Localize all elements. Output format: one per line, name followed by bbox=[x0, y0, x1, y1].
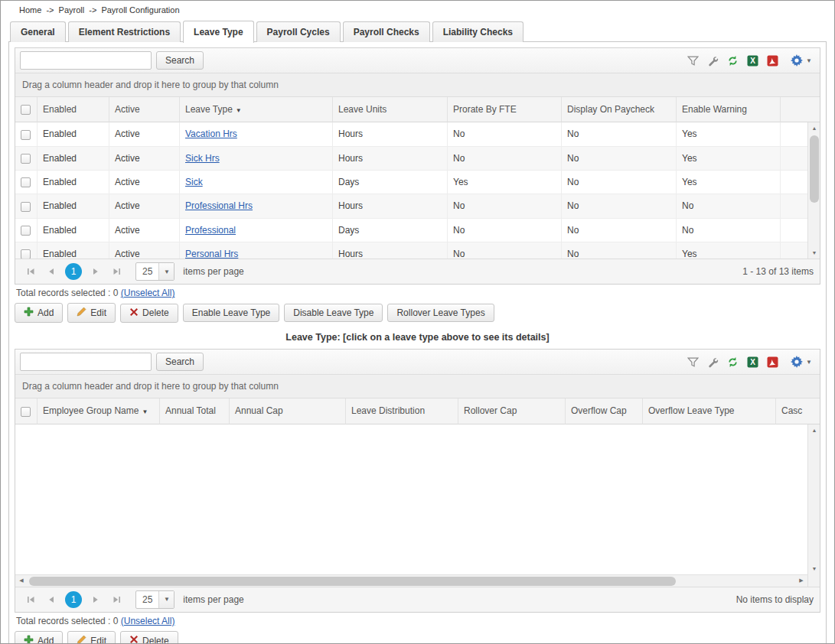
column-header-overflow-leave-type[interactable]: Overflow Leave Type bbox=[643, 398, 776, 424]
add-button[interactable]: Add bbox=[15, 303, 63, 323]
pdf-export-icon[interactable] bbox=[765, 54, 779, 67]
scrollbar-left-arrow[interactable]: ◀ bbox=[15, 575, 28, 587]
pager-next-button[interactable] bbox=[86, 590, 105, 609]
leave-type-tab-panel: Search X bbox=[8, 41, 827, 644]
table-row[interactable]: Enabled Active Vacation Hrs Hours No No … bbox=[15, 122, 820, 146]
unselect-all-link[interactable]: (Unselect All) bbox=[121, 288, 175, 298]
detail-grid-pager: 1 25 ▼ items per page No items to displa… bbox=[15, 587, 820, 612]
leave-type-link[interactable]: Vacation Hrs bbox=[185, 128, 237, 139]
enable-leave-type-button[interactable]: Enable Leave Type bbox=[183, 304, 280, 322]
table-row[interactable]: Enabled Active Sick Hrs Hours No No Yes bbox=[15, 147, 820, 171]
settings-gear-icon[interactable] bbox=[790, 355, 804, 369]
table-row[interactable]: Enabled Active Professional Hrs Hours No… bbox=[15, 194, 820, 218]
column-header-enabled[interactable]: Enabled bbox=[38, 97, 109, 122]
vertical-scrollbar[interactable]: ▲ ▼ bbox=[807, 424, 820, 574]
add-button[interactable]: Add bbox=[15, 631, 63, 644]
tab-liability-checks[interactable]: Liability Checks bbox=[432, 21, 524, 42]
delete-button[interactable]: Delete bbox=[120, 631, 178, 644]
search-button[interactable]: Search bbox=[156, 51, 204, 70]
rollover-leave-types-button[interactable]: Rollover Leave Types bbox=[387, 304, 494, 322]
edit-button[interactable]: Edit bbox=[67, 631, 116, 644]
leave-type-link[interactable]: Professional Hrs bbox=[185, 200, 253, 211]
wrench-icon[interactable] bbox=[706, 54, 719, 67]
pager-first-button[interactable] bbox=[21, 262, 40, 281]
column-header-employee-group-name[interactable]: Employee Group Name▼ bbox=[38, 398, 160, 424]
unselect-all-link[interactable]: (Unselect All) bbox=[121, 616, 175, 626]
row-checkbox[interactable] bbox=[21, 177, 31, 187]
tab-payroll-checks[interactable]: Payroll Checks bbox=[343, 21, 430, 42]
breadcrumb-payroll[interactable]: Payroll bbox=[59, 5, 85, 15]
row-checkbox[interactable] bbox=[21, 130, 31, 140]
breadcrumb-payroll-configuration[interactable]: Payroll Configuration bbox=[101, 5, 179, 15]
page-size-dropdown[interactable]: 25 ▼ bbox=[135, 590, 175, 609]
grid-settings-control[interactable]: ▼ bbox=[790, 355, 812, 369]
filter-icon[interactable] bbox=[686, 355, 700, 369]
sync-icon[interactable] bbox=[726, 54, 739, 67]
pager-last-button[interactable] bbox=[107, 262, 126, 281]
pager-page-1[interactable]: 1 bbox=[65, 591, 82, 608]
page-size-dropdown[interactable]: 25 ▼ bbox=[135, 262, 175, 281]
column-header-annual-total[interactable]: Annual Total bbox=[160, 398, 230, 424]
pager-last-button[interactable] bbox=[107, 590, 126, 609]
pager-next-button[interactable] bbox=[86, 262, 105, 281]
scrollbar-thumb[interactable] bbox=[810, 135, 819, 203]
scrollbar-right-arrow[interactable]: ▶ bbox=[795, 575, 807, 587]
select-all-checkbox[interactable] bbox=[21, 407, 31, 417]
select-all-checkbox[interactable] bbox=[21, 105, 31, 115]
scrollbar-up-arrow[interactable]: ▲ bbox=[808, 424, 820, 436]
column-header-display-on-paycheck[interactable]: Display On Paycheck bbox=[562, 97, 677, 122]
scrollbar-down-arrow[interactable]: ▼ bbox=[808, 247, 820, 259]
scrollbar-down-arrow[interactable]: ▼ bbox=[808, 563, 820, 574]
pager-prev-button[interactable] bbox=[42, 262, 60, 281]
column-header-leave-distribution[interactable]: Leave Distribution bbox=[346, 398, 458, 424]
settings-caret-icon[interactable]: ▼ bbox=[806, 57, 812, 64]
column-header-annual-cap[interactable]: Annual Cap bbox=[230, 398, 346, 424]
settings-caret-icon[interactable]: ▼ bbox=[806, 359, 812, 366]
row-checkbox[interactable] bbox=[21, 202, 31, 212]
disable-leave-type-button[interactable]: Disable Leave Type bbox=[284, 304, 383, 322]
tab-element-restrictions[interactable]: Element Restrictions bbox=[68, 21, 181, 42]
filter-icon[interactable] bbox=[686, 54, 700, 67]
tab-general[interactable]: General bbox=[10, 21, 66, 42]
detail-search-input[interactable] bbox=[20, 353, 152, 371]
column-header-leave-units[interactable]: Leave Units bbox=[333, 97, 448, 122]
column-header-cascade[interactable]: Casc bbox=[776, 398, 820, 424]
pager-first-button[interactable] bbox=[21, 590, 40, 609]
tab-leave-type[interactable]: Leave Type bbox=[183, 21, 253, 43]
excel-export-icon[interactable]: X bbox=[745, 54, 759, 67]
leave-type-link[interactable]: Personal Hrs bbox=[185, 249, 238, 259]
table-row[interactable]: Enabled Active Sick Days Yes No Yes bbox=[15, 171, 820, 194]
breadcrumb-home[interactable]: Home bbox=[19, 5, 41, 15]
grid-settings-control[interactable]: ▼ bbox=[790, 54, 812, 67]
detail-search-button[interactable]: Search bbox=[156, 353, 204, 371]
table-row[interactable]: Enabled Active Professional Days No No N… bbox=[15, 219, 820, 242]
scrollbar-thumb[interactable] bbox=[29, 577, 676, 586]
leave-type-link[interactable]: Sick bbox=[185, 177, 203, 187]
search-input[interactable] bbox=[20, 51, 152, 70]
table-row[interactable]: Enabled Active Personal Hrs Hours No No … bbox=[15, 242, 820, 259]
sync-icon[interactable] bbox=[726, 355, 739, 369]
column-header-rollover-cap[interactable]: Rollover Cap bbox=[458, 398, 566, 424]
column-header-active[interactable]: Active bbox=[109, 97, 180, 122]
excel-export-icon[interactable]: X bbox=[745, 355, 759, 369]
row-checkbox[interactable] bbox=[21, 226, 31, 236]
pager-page-1[interactable]: 1 bbox=[65, 263, 82, 280]
column-header-leave-type[interactable]: Leave Type▼ bbox=[180, 97, 333, 122]
pager-prev-button[interactable] bbox=[42, 590, 60, 609]
settings-gear-icon[interactable] bbox=[790, 54, 804, 67]
row-checkbox[interactable] bbox=[21, 249, 31, 259]
row-checkbox[interactable] bbox=[21, 154, 31, 164]
edit-button[interactable]: Edit bbox=[67, 303, 116, 323]
column-header-overflow-cap[interactable]: Overflow Cap bbox=[566, 398, 643, 424]
delete-button[interactable]: Delete bbox=[120, 304, 178, 323]
leave-type-link[interactable]: Professional bbox=[185, 225, 236, 236]
tab-payroll-cycles[interactable]: Payroll Cycles bbox=[256, 21, 341, 42]
column-header-enable-warning[interactable]: Enable Warning bbox=[677, 97, 781, 122]
column-header-prorate-by-fte[interactable]: Prorate By FTE bbox=[448, 97, 562, 122]
horizontal-scrollbar[interactable]: ◀ ▶ bbox=[15, 574, 820, 587]
wrench-icon[interactable] bbox=[706, 355, 719, 369]
scrollbar-up-arrow[interactable]: ▲ bbox=[808, 122, 820, 134]
pdf-export-icon[interactable] bbox=[765, 355, 779, 369]
leave-type-link[interactable]: Sick Hrs bbox=[185, 153, 220, 164]
vertical-scrollbar[interactable]: ▲ ▼ bbox=[807, 122, 820, 259]
